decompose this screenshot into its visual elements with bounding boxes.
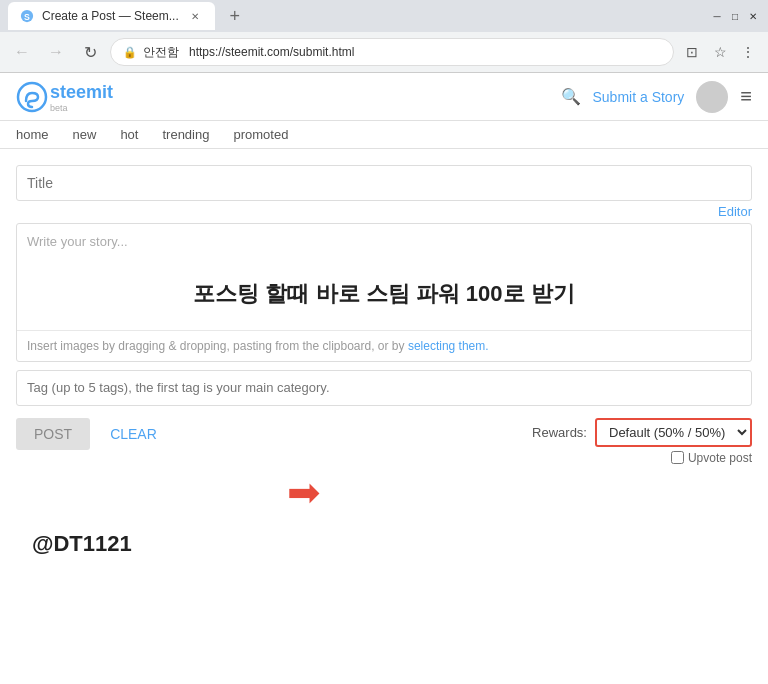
rewards-label: Rewards:: [532, 425, 587, 440]
clear-button[interactable]: CLEAR: [110, 418, 157, 450]
editor-link[interactable]: Editor: [718, 204, 752, 219]
nav-trending[interactable]: trending: [162, 127, 209, 142]
tab-close-button[interactable]: ✕: [187, 8, 203, 24]
rewards-select[interactable]: Default (50% / 50%) Power Up 100% Declin…: [597, 420, 750, 445]
address-bar-row: ← → ↻ 🔒 안전함 https://steemit.com/submit.h…: [0, 32, 768, 72]
rewards-section: Rewards: Default (50% / 50%) Power Up 10…: [532, 418, 752, 465]
window-controls: ─ □ ✕: [710, 9, 760, 23]
address-field[interactable]: 🔒 안전함 https://steemit.com/submit.html: [110, 38, 674, 66]
logo-beta: beta: [50, 103, 113, 113]
nav-new[interactable]: new: [73, 127, 97, 142]
hamburger-menu-icon[interactable]: ≡: [740, 85, 752, 108]
url-text: https://steemit.com/submit.html: [189, 45, 354, 59]
lock-icon: 🔒: [123, 46, 137, 59]
story-editor-wrapper: Write your story... 포스팅 할때 바로 스팀 파워 100로…: [16, 223, 752, 362]
logo-name: steemit: [50, 82, 113, 103]
selecting-link[interactable]: selecting them.: [408, 339, 489, 353]
title-bar: S Create a Post — Steem... ✕ + ─ □ ✕: [0, 0, 768, 32]
upvote-checkbox[interactable]: [671, 451, 684, 464]
arrow-annotation: ➡: [16, 469, 752, 515]
refresh-button[interactable]: ↻: [76, 38, 104, 66]
nav-promoted[interactable]: promoted: [233, 127, 288, 142]
tab-favicon: S: [20, 9, 34, 23]
new-tab-button[interactable]: +: [221, 2, 249, 30]
close-button[interactable]: ✕: [746, 9, 760, 23]
bookmark-icon[interactable]: ☆: [708, 40, 732, 64]
tag-input[interactable]: [16, 370, 752, 406]
svg-text:S: S: [24, 12, 30, 22]
upvote-label: Upvote post: [688, 451, 752, 465]
nav-hot[interactable]: hot: [120, 127, 138, 142]
steemit-logo: steemit beta: [16, 81, 113, 113]
bottom-bar: POST CLEAR Rewards: Default (50% / 50%) …: [16, 418, 752, 465]
rewards-select-wrapper: Default (50% / 50%) Power Up 100% Declin…: [595, 418, 752, 447]
drop-hint-text: Insert images by dragging & dropping, pa…: [27, 339, 408, 353]
drop-hint: Insert images by dragging & dropping, pa…: [17, 330, 751, 361]
rewards-row: Rewards: Default (50% / 50%) Power Up 10…: [532, 418, 752, 447]
search-icon[interactable]: 🔍: [561, 87, 581, 106]
address-actions: ⊡ ☆ ⋮: [680, 40, 760, 64]
logo-text: steemit beta: [50, 82, 113, 113]
avatar[interactable]: [696, 81, 728, 113]
minimize-button[interactable]: ─: [710, 9, 724, 23]
back-button[interactable]: ←: [8, 38, 36, 66]
nav-home[interactable]: home: [16, 127, 49, 142]
cast-icon[interactable]: ⊡: [680, 40, 704, 64]
tab-title: Create a Post — Steem...: [42, 9, 179, 23]
logo-icon: [16, 81, 48, 113]
story-content[interactable]: 포스팅 할때 바로 스팀 파워 100로 받기: [17, 259, 751, 330]
post-button[interactable]: POST: [16, 418, 90, 450]
sub-nav: home new hot trending promoted: [0, 121, 768, 149]
submit-story-button[interactable]: Submit a Story: [593, 89, 685, 105]
red-arrow-icon: ➡: [287, 469, 321, 515]
steemit-nav: steemit beta 🔍 Submit a Story ≡: [0, 73, 768, 121]
upvote-row: Upvote post: [671, 451, 752, 465]
nav-actions: 🔍 Submit a Story ≡: [561, 81, 753, 113]
story-placeholder: Write your story...: [17, 224, 751, 259]
main-content: Editor Write your story... 포스팅 할때 바로 스팀 …: [0, 149, 768, 573]
title-input[interactable]: [16, 165, 752, 201]
forward-button[interactable]: →: [42, 38, 70, 66]
maximize-button[interactable]: □: [728, 9, 742, 23]
browser-chrome: S Create a Post — Steem... ✕ + ─ □ ✕ ← →…: [0, 0, 768, 73]
user-mention: @DT1121: [16, 515, 752, 557]
editor-link-row: Editor: [16, 203, 752, 219]
browser-tab[interactable]: S Create a Post — Steem... ✕: [8, 2, 215, 30]
security-label: 안전함: [143, 44, 179, 61]
more-icon[interactable]: ⋮: [736, 40, 760, 64]
